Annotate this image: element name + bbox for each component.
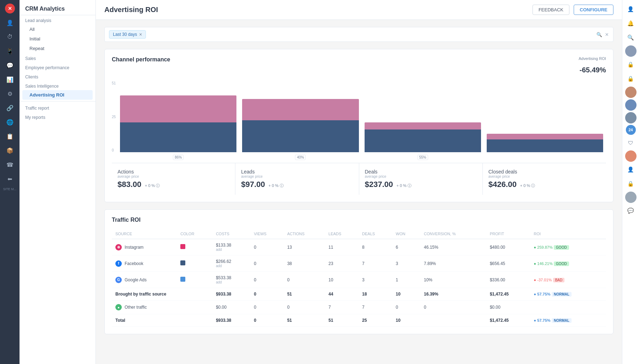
nav-group-sales-intel[interactable]: Sales Intelligence [20, 81, 95, 90]
nav-item-repeat[interactable]: Repeat [20, 44, 95, 53]
filter-tag-label: Last 30 days [113, 32, 137, 37]
table-row: G Google Ads $533.38 add 0 0 [112, 272, 606, 288]
rs-avatar-3[interactable] [625, 99, 637, 111]
rs-avatar-1[interactable] [625, 45, 637, 57]
rs-avatar-4[interactable] [625, 112, 637, 123]
nav-item-initial[interactable]: Initial [20, 34, 95, 44]
sidebar-icon-5[interactable]: 📊 [4, 73, 16, 86]
source-name-facebook: Facebook [125, 261, 143, 266]
nav-group-lead-analysis[interactable]: Lead analysis [20, 15, 95, 24]
cell-subtotal-label: Brought by traffic source [112, 288, 212, 300]
sidebar-icon-6[interactable]: ⚙ [4, 87, 16, 100]
rs-icon-shield[interactable]: 🛡 [624, 136, 637, 149]
roi-badge-total: NORMAL [552, 318, 572, 323]
col-actions: ACTIONS [284, 229, 325, 239]
cell-views-other: 0 [250, 300, 284, 314]
rs-icon-lock3[interactable]: 🔒 [624, 177, 637, 190]
bar-top-closed [487, 134, 603, 139]
close-filter-icon[interactable]: ✕ [605, 32, 609, 37]
rs-icon-lock2[interactable]: 🔒 [624, 72, 637, 85]
configure-button[interactable]: CONFIGURE [574, 5, 613, 15]
channel-perf-header: Channel performance Advertising ROI -65.… [112, 56, 606, 76]
cell-color-google[interactable] [177, 272, 212, 288]
filter-tag-close-icon[interactable]: × [139, 32, 142, 37]
cell-total-deals: 25 [359, 314, 392, 327]
bar-top-deals [365, 122, 481, 129]
nav-group-sales[interactable]: Sales [20, 53, 95, 62]
topbar: Advertising ROI FEEDBACK CONFIGURE [96, 0, 622, 20]
cell-subtotal-leads: 44 [325, 288, 359, 300]
chart-bar-actions: 86% [120, 81, 236, 152]
sidebar-icon-1[interactable]: 👤 [4, 16, 16, 29]
rs-avatar-5[interactable] [625, 150, 637, 162]
sidebar-icon-11[interactable]: ☎ [4, 158, 16, 171]
left-sidebar: ✕ 👤 ⏱ 📱 💬 📊 ⚙ 🔗 🌐 📋 📦 ☎ ⬅ SITE M... [0, 0, 20, 364]
cell-source-other: ● Other traffic [112, 300, 177, 314]
cell-views-facebook: 0 [250, 255, 284, 272]
card-price-leads: $97.00 [241, 180, 265, 189]
nav-group-traffic[interactable]: Traffic report [20, 103, 95, 112]
col-roi: ROI [530, 229, 606, 239]
color-swatch-google[interactable] [180, 277, 185, 282]
nav-item-all[interactable]: All [20, 24, 95, 34]
cell-source-facebook: f Facebook [112, 255, 177, 272]
sidebar-icon-hide[interactable]: ⬅ [4, 172, 16, 185]
chart-wrapper: 51 25 0 86% 40% [112, 81, 606, 152]
cell-profit-instagram: $480.00 [486, 239, 530, 255]
rs-icon-person[interactable]: 👤 [624, 163, 637, 176]
feedback-button[interactable]: FEEDBACK [532, 5, 569, 15]
sidebar-icon-7[interactable]: 🔗 [4, 101, 16, 114]
cell-subtotal-views: 0 [250, 288, 284, 300]
nav-group-clients[interactable]: Clients [20, 72, 95, 81]
cell-views-google: 0 [250, 272, 284, 288]
cell-subtotal-deals: 18 [359, 288, 392, 300]
cell-color-facebook[interactable] [177, 255, 212, 272]
sidebar-icon-3[interactable]: 📱 [4, 45, 16, 57]
sidebar-icon-8[interactable]: 🌐 [4, 116, 16, 128]
nav-group-employee[interactable]: Employee performance [20, 62, 95, 72]
cell-subtotal-roi: ● 57.75% NORMAL [530, 288, 606, 300]
cell-deals-instagram: 8 [359, 239, 392, 255]
nav-group-myreports[interactable]: My reports [20, 112, 95, 121]
filter-tag-30days[interactable]: Last 30 days × [109, 30, 146, 39]
cell-subtotal-actions: 51 [284, 288, 325, 300]
rs-icon-lock1[interactable]: 🔒 [624, 58, 637, 71]
close-button[interactable]: ✕ [5, 4, 15, 13]
col-profit: PROFIT [486, 229, 530, 239]
bar-top-actions [120, 95, 236, 122]
rs-icon-search[interactable]: 🔍 [624, 31, 637, 44]
card-price-deals: $237.00 [365, 180, 393, 189]
search-icon[interactable]: 🔍 [596, 32, 602, 37]
rs-icon-chat[interactable]: 💬 [624, 204, 637, 217]
rs-avatar-6[interactable] [625, 192, 637, 203]
channel-card-deals: Deals average price $237.00 + 0 % ⓘ [359, 163, 483, 195]
nav-item-advertising-roi[interactable]: Advertising ROI [22, 90, 93, 100]
filter-bar: Last 30 days × 🔍 ✕ [104, 27, 613, 42]
cell-roi-other [530, 300, 606, 314]
cell-total-actions: 51 [284, 314, 325, 327]
cell-source-instagram: ⊕ Instagram [112, 239, 177, 255]
chart-bar-closed [487, 81, 603, 152]
cell-costs-google: $533.38 add [212, 272, 250, 288]
cell-won-instagram: 6 [392, 239, 420, 255]
cell-total-roi: ● 57.75% NORMAL [530, 314, 606, 327]
roi-value-subtotal: ● 57.75% [534, 292, 551, 296]
rs-badge-count[interactable]: 24 [626, 125, 636, 135]
sidebar-icon-9[interactable]: 📋 [4, 130, 16, 143]
roi-badge-google: BAD [553, 278, 565, 282]
rs-icon-bell[interactable]: 🔔 [624, 17, 637, 30]
table-row: ● Other traffic $0.00 0 0 7 7 0 0 $0.00 [112, 300, 606, 314]
card-name-leads: Leads [241, 169, 353, 175]
sidebar-icon-4[interactable]: 💬 [4, 59, 16, 72]
cell-subtotal-costs: $933.38 [212, 288, 250, 300]
sidebar-icon-10[interactable]: 📦 [4, 144, 16, 157]
rs-icon-user[interactable]: 👤 [624, 3, 637, 16]
table-row: f Facebook $266.62 add 0 38 [112, 255, 606, 272]
table-header-row: SOURCE COLOR COSTS VIEWS ACTIONS LEADS D… [112, 229, 606, 239]
col-leads: LEADS [325, 229, 359, 239]
color-swatch-instagram[interactable] [180, 244, 185, 249]
sidebar-icon-2[interactable]: ⏱ [4, 31, 16, 43]
color-swatch-facebook[interactable] [180, 260, 185, 265]
rs-avatar-2[interactable] [625, 87, 637, 98]
cell-color-instagram[interactable] [177, 239, 212, 255]
